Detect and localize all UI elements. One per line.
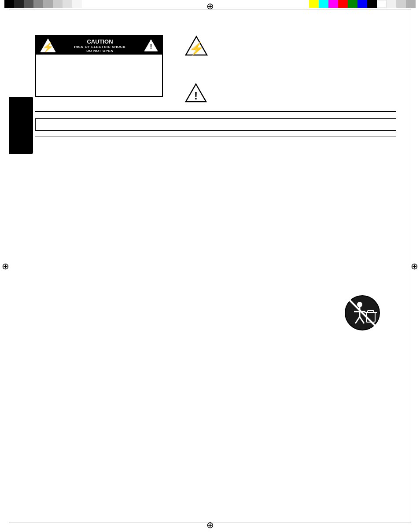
swatch-offwhite3 xyxy=(406,0,416,8)
caution-section: ⚡ CAUTION RISK OF ELECTRIC SHOCK DO NOT … xyxy=(35,35,402,103)
caution-title: CAUTION xyxy=(56,38,144,45)
swatch-dark2 xyxy=(24,0,33,8)
swatch-offwhite2 xyxy=(396,0,406,8)
swatch-offwhite1 xyxy=(387,0,396,8)
lightning-triangle-large: ⚡ xyxy=(185,35,208,56)
caution-line1: RISK OF ELECTRIC SHOCK xyxy=(56,45,144,49)
svg-point-9 xyxy=(357,302,362,307)
warning-triangle-right: ! xyxy=(144,39,158,52)
swatch-blue xyxy=(357,0,367,8)
swatch-red xyxy=(338,0,348,8)
registration-mark-right: ⊕ xyxy=(411,261,418,272)
color-swatches-right xyxy=(309,0,416,8)
registration-mark-left: ⊕ xyxy=(2,261,9,272)
swatch-magenta xyxy=(328,0,338,8)
svg-text:⚡: ⚡ xyxy=(42,41,54,53)
caution-line2: DO NOT OPEN xyxy=(56,49,144,53)
swatch-gray1 xyxy=(33,0,43,8)
swatch-gray2 xyxy=(43,0,53,8)
swatch-black2 xyxy=(367,0,377,8)
svg-text:!: ! xyxy=(150,43,152,51)
svg-text:⚡: ⚡ xyxy=(189,41,204,56)
caution-header: ⚡ CAUTION RISK OF ELECTRIC SHOCK DO NOT … xyxy=(36,36,162,55)
color-swatches-left xyxy=(4,0,82,8)
swatch-white2 xyxy=(377,0,387,8)
border-left xyxy=(9,10,9,522)
border-top xyxy=(9,10,411,10)
svg-text:!: ! xyxy=(194,90,198,102)
registration-mark-bottom: ⊕ xyxy=(206,520,214,530)
black-tab xyxy=(9,97,33,154)
separator-line xyxy=(35,111,396,112)
border-bottom xyxy=(9,522,411,522)
caution-header-center: CAUTION RISK OF ELECTRIC SHOCK DO NOT OP… xyxy=(56,38,144,53)
swatch-white xyxy=(72,0,82,8)
separator-line-2 xyxy=(35,136,396,137)
swatch-gray4 xyxy=(63,0,72,8)
right-icons: ⚡ ! xyxy=(185,35,208,103)
caution-box: ⚡ CAUTION RISK OF ELECTRIC SHOCK DO NOT … xyxy=(35,35,163,97)
swatch-cyan xyxy=(319,0,328,8)
border-right xyxy=(411,10,411,522)
disposal-icon-area xyxy=(344,295,380,332)
content-area: ⚡ CAUTION RISK OF ELECTRIC SHOCK DO NOT … xyxy=(35,31,402,514)
swatch-yellow xyxy=(309,0,319,8)
warning-triangle-large: ! xyxy=(185,83,207,103)
lightning-triangle-left: ⚡ xyxy=(40,38,56,53)
swatch-dark1 xyxy=(14,0,24,8)
swatch-gray3 xyxy=(53,0,63,8)
caution-body xyxy=(36,55,162,94)
info-box xyxy=(35,118,396,131)
disposal-icon xyxy=(344,295,380,331)
swatch-green xyxy=(348,0,357,8)
swatch-black xyxy=(4,0,14,8)
